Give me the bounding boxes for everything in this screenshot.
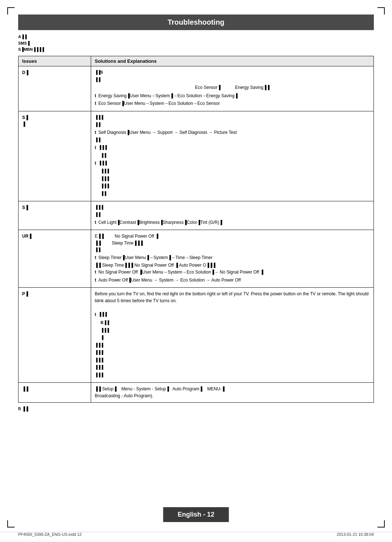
solution-text: Self Diagnosis▐User Menu → Support → Sel… xyxy=(98,129,237,136)
solution-bullet: t Energy Saving▐User Menu→System▐→Eco So… xyxy=(95,93,370,99)
solution-bullet: t No Signal Power Off ▐User Menu→System→… xyxy=(95,269,370,276)
issues-column-header: Issues xyxy=(19,56,91,66)
no-signal-text: No Signal Power Off ▐ xyxy=(115,233,158,240)
issue-cell-6: ▐▐ xyxy=(19,382,91,402)
header-line1: A▐▐ xyxy=(18,34,374,40)
table-row: ▐▐ ▐▐ Setup▐ Menu - System - Setup▐ Auto… xyxy=(19,382,374,402)
solution-cell-6: ▐▐ Setup▐ Menu - System - Setup▐ Auto Pr… xyxy=(91,382,374,402)
energy-saving-label: Energy Saving▐▐ xyxy=(235,84,270,91)
page-title: Troubleshooting xyxy=(18,15,374,30)
eco-sensor-label: Eco Sensor▐ xyxy=(195,84,221,91)
power-description: Before you turn the TV on, find the red … xyxy=(95,291,370,304)
solution-bullet: t Self Diagnosis▐User Menu → Support → S… xyxy=(95,129,370,136)
solution-text: Cell Light▐Contrast▐Brightness▐Sharpness… xyxy=(98,219,222,226)
header-info: A▐▐ SMS▐ S▐MBN▐▐▐▐ xyxy=(18,34,374,53)
troubleshooting-table: Issues Solutions and Explanations D▐ ▐▐S… xyxy=(18,56,374,403)
issue-text-6: ▐▐ xyxy=(22,386,28,391)
solution-bullet: t ▐▐▐ xyxy=(95,311,370,319)
table-header-row: Issues Solutions and Explanations xyxy=(19,56,374,66)
solution-cell-3: ▐▐▐ ▐▐ t Cell Light▐Contrast▐Brightness▐… xyxy=(91,201,374,230)
solution-cell-1: ▐▐S ▐▐ Eco Sensor▐ Energy Saving▐▐ t Ene… xyxy=(91,66,374,111)
sleep-combined: ▐▐ Sleep Time▐▐▐ No Signal Power Off ▐ A… xyxy=(95,263,215,268)
broadcasting-row: Broadcasting - Auto Program). xyxy=(95,393,370,399)
solution-bullet: t ▐▐▐ xyxy=(95,144,370,152)
corner-mark-tr xyxy=(377,7,385,15)
solution-bullet: t ▐▐▐ xyxy=(95,160,370,168)
table-row: P▐ Before you turn the TV on, find the r… xyxy=(19,287,374,382)
issue-text-5: P▐ xyxy=(22,291,28,296)
footer-icons: fi ▐▐ xyxy=(18,406,374,411)
table-row: S▐ ▐▐▐ ▐▐ t Cell Light▐Contrast▐Brightne… xyxy=(19,201,374,230)
corner-mark-br xyxy=(377,520,385,527)
garbled-text: ▐▐▐ xyxy=(98,311,107,318)
solution-text: Energy Saving▐User Menu→System▐→Eco Solu… xyxy=(98,93,238,99)
eco-label: E▐▐ xyxy=(95,233,104,240)
header-line2: SMS▐ xyxy=(18,40,374,47)
table-row: D▐ ▐▐S ▐▐ Eco Sensor▐ Energy Saving▐▐ t … xyxy=(19,66,374,111)
issue-cell-2: S▐ ▐ xyxy=(19,111,91,201)
footer-date-info: 2013-01-21 10:38:04 xyxy=(337,532,374,537)
garbled-text: ▐▐▐ xyxy=(98,160,107,167)
solutions-column-header: Solutions and Explanations xyxy=(91,56,374,66)
table-row: UR▐ E▐▐ No Signal Power Off ▐ ▐▐ Sleep T… xyxy=(19,230,374,288)
issue-text-2a: S▐ xyxy=(22,114,87,121)
sleep-time-text: Sleep Time▐▐▐ xyxy=(112,240,143,247)
issue-text-2b: ▐ xyxy=(22,121,87,127)
combined-row: ▐▐ Sleep Time▐▐▐ No Signal Power Off ▐ A… xyxy=(95,262,370,269)
corner-mark-bl xyxy=(7,520,15,527)
issue-cell-1: D▐ xyxy=(19,66,91,111)
issue-text-1: D▐ xyxy=(22,70,28,75)
issue-text-3: S▐ xyxy=(22,205,28,210)
corner-mark-tl xyxy=(7,7,15,15)
issue-cell-4: UR▐ xyxy=(19,230,91,288)
issue-text-4: UR▐ xyxy=(22,234,32,239)
eco-sensor-row: Eco Sensor▐ Energy Saving▐▐ xyxy=(95,84,370,91)
solution-bullet: t Sleep Timer▐User Menu▐→System▐→Time→Sl… xyxy=(95,254,370,261)
solution-cell-5: Before you turn the TV on, find the red … xyxy=(91,287,374,382)
solution-text: Sleep Timer▐User Menu▐→System▐→Time→Slee… xyxy=(98,254,212,261)
page-number-box: English - 12 xyxy=(163,507,229,522)
issue-cell-3: S▐ xyxy=(19,201,91,230)
setup-row: ▐▐ Setup▐ Menu - System - Setup▐ Auto Pr… xyxy=(95,386,370,393)
solution-text: Eco Sensor▐User Menu→System→Eco Solution… xyxy=(98,100,220,107)
sleep-row: ▐▐ Sleep Time▐▐▐ xyxy=(95,240,370,247)
solution-bullet: t Auto Power Off▐User Menu → System → Ec… xyxy=(95,277,370,284)
solution-line: ▐▐ xyxy=(95,77,370,83)
solution-text: No Signal Power Off ▐User Menu→System→Ec… xyxy=(98,269,264,276)
page-content: Troubleshooting A▐▐ SMS▐ S▐MBN▐▐▐▐ Issue… xyxy=(18,15,374,411)
footer-file-info: PF4500_5300-ZA_ENG-US.indd 12 xyxy=(18,532,82,537)
no-signal-row: E▐▐ No Signal Power Off ▐ xyxy=(95,233,370,240)
sleep-label: ▐▐ xyxy=(95,240,101,247)
solution-cell-2: ▐▐▐ ▐▐ t Self Diagnosis▐User Menu → Supp… xyxy=(91,111,374,201)
solution-bullet: t Eco Sensor▐User Menu→System→Eco Soluti… xyxy=(95,100,370,107)
garbled-text: ▐▐▐ xyxy=(98,144,107,151)
page-bottom-bar: PF4500_5300-ZA_ENG-US.indd 12 2013-01-21… xyxy=(0,532,392,537)
header-line3: S▐MBN▐▐▐▐ xyxy=(18,46,374,53)
issue-cell-5: P▐ xyxy=(19,287,91,382)
solution-cell-4: E▐▐ No Signal Power Off ▐ ▐▐ Sleep Time▐… xyxy=(91,230,374,288)
solution-line: ▐▐S xyxy=(95,69,370,76)
solution-bullet: t Cell Light▐Contrast▐Brightness▐Sharpne… xyxy=(95,219,370,226)
table-row: S▐ ▐ ▐▐▐ ▐▐ t Self Diagnosis▐User Menu →… xyxy=(19,111,374,201)
solution-text: Auto Power Off▐User Menu → System → Eco … xyxy=(98,277,241,284)
